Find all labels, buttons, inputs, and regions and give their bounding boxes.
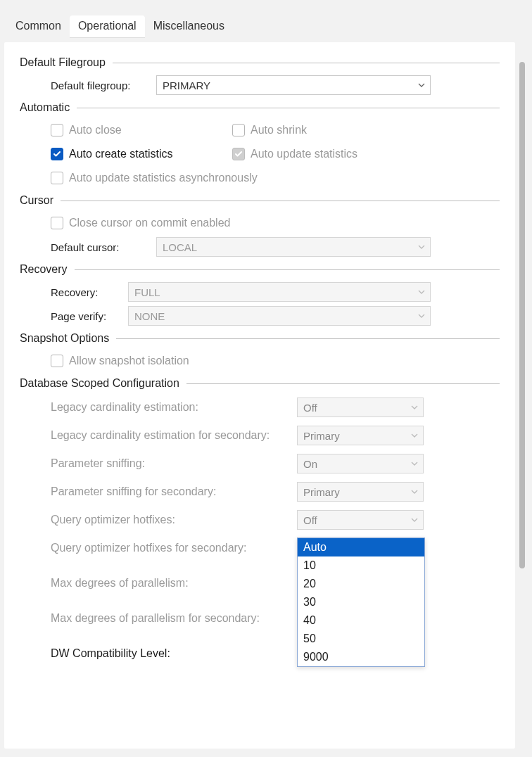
checkbox-checked-icon [51,148,63,160]
divider [113,63,500,63]
auto-shrink-label: Auto shrink [251,124,307,136]
auto-update-statistics-label: Auto update statistics [251,148,357,160]
close-cursor-on-commit-label: Close cursor on commit enabled [69,217,230,229]
section-automatic: Automatic [20,101,70,114]
chevron-down-icon [410,431,419,440]
legacy-cardinality-secondary-select[interactable]: Primary [297,426,424,445]
tab-bar: Common Operational Miscellaneous [0,0,532,38]
dw-compat-option[interactable]: 50 [298,630,424,648]
divider [75,269,500,270]
label-default-cursor: Default cursor: [51,241,156,253]
checkbox-icon [51,355,63,367]
section-cursor: Cursor [20,194,53,207]
auto-close-label: Auto close [69,124,122,136]
dw-compat-option[interactable]: 40 [298,611,424,630]
default-filegroup-select[interactable]: PRIMARY [156,75,431,95]
recovery-value: FULL [134,286,160,298]
label-legacy-cardinality: Legacy cardinality estimation: [51,401,297,414]
chevron-down-icon [417,81,426,89]
parameter-sniffing-secondary-select[interactable]: Primary [297,482,424,502]
section-default-filegroup: Default Filegroup [20,56,106,69]
label-recovery: Recovery: [51,286,128,298]
query-optimizer-hotfixes-select[interactable]: Off [297,510,424,530]
chevron-down-icon [410,488,419,496]
legacy-cardinality-select[interactable]: Off [297,397,424,417]
scrollbar[interactable] [519,62,525,568]
chevron-down-icon [417,312,426,320]
section-database-scoped-configuration: Database Scoped Configuration [20,377,179,390]
divider [61,201,500,201]
auto-shrink-checkbox[interactable]: Auto shrink [232,124,387,136]
chevron-down-icon [410,403,419,412]
chevron-down-icon [417,243,426,251]
legacy-cardinality-secondary-value: Primary [303,430,340,442]
auto-close-checkbox[interactable]: Auto close [51,124,205,136]
query-optimizer-hotfixes-value: Off [303,514,317,526]
dw-compat-option[interactable]: 20 [298,575,424,593]
checkbox-icon [232,124,245,136]
auto-update-statistics-async-label: Auto update statistics asynchronously [69,172,258,184]
label-parameter-sniffing: Parameter sniffing: [51,457,297,470]
auto-update-statistics-checkbox[interactable]: Auto update statistics [232,148,387,160]
auto-create-statistics-checkbox[interactable]: Auto create statistics [51,148,205,160]
page-verify-select[interactable]: NONE [128,306,431,326]
label-query-optimizer-hotfixes: Query optimizer hotfixes: [51,514,297,526]
label-parameter-sniffing-secondary: Parameter sniffing for secondary: [51,485,297,498]
tab-common[interactable]: Common [7,15,70,38]
parameter-sniffing-secondary-value: Primary [303,486,340,498]
label-dw-compatibility-level: DW Compatibility Level: [51,647,297,660]
auto-create-statistics-label: Auto create statistics [69,148,173,160]
dw-compat-option[interactable]: 30 [298,593,424,611]
checkbox-icon [51,217,63,229]
tab-operational[interactable]: Operational [70,15,145,38]
default-filegroup-value: PRIMARY [163,79,210,91]
divider [77,108,500,108]
chevron-down-icon [410,459,419,468]
dw-compat-option[interactable]: 9000 [298,648,424,666]
dw-compat-option[interactable]: Auto [298,538,424,556]
close-cursor-on-commit-checkbox[interactable]: Close cursor on commit enabled [51,217,230,229]
label-query-optimizer-hotfixes-secondary: Query optimizer hotfixes for secondary: [51,542,297,554]
section-snapshot-options: Snapshot Options [20,332,109,345]
chevron-down-icon [410,516,419,524]
label-default-filegroup: Default filegroup: [51,79,156,91]
section-recovery: Recovery [20,263,68,276]
parameter-sniffing-select[interactable]: On [297,454,424,473]
default-cursor-value: LOCAL [163,241,197,253]
divider [186,383,500,384]
auto-update-statistics-async-checkbox[interactable]: Auto update statistics asynchronously [51,172,258,184]
parameter-sniffing-value: On [303,458,317,470]
label-legacy-cardinality-secondary: Legacy cardinality estimation for second… [51,429,297,442]
label-page-verify: Page verify: [51,310,128,322]
checkbox-icon [51,172,63,184]
checkbox-checked-disabled-icon [232,148,245,160]
allow-snapshot-isolation-label: Allow snapshot isolation [69,355,189,367]
checkbox-icon [51,124,63,136]
operational-panel: Default Filegroup Default filegroup: PRI… [4,42,515,749]
dw-compat-option[interactable]: 10 [298,556,424,575]
chevron-down-icon [417,288,426,296]
default-cursor-select[interactable]: LOCAL [156,237,431,257]
legacy-cardinality-value: Off [303,402,317,414]
divider [116,338,500,339]
dw-compatibility-dropdown-popup[interactable]: Auto10203040509000 [297,537,425,667]
tab-miscellaneous[interactable]: Miscellaneous [145,15,233,38]
label-max-dop: Max degrees of parallelism: [51,577,297,590]
recovery-select[interactable]: FULL [128,282,431,302]
label-max-dop-secondary: Max degrees of parallelism for secondary… [51,612,297,625]
allow-snapshot-isolation-checkbox[interactable]: Allow snapshot isolation [51,355,189,367]
page-verify-value: NONE [134,310,165,322]
